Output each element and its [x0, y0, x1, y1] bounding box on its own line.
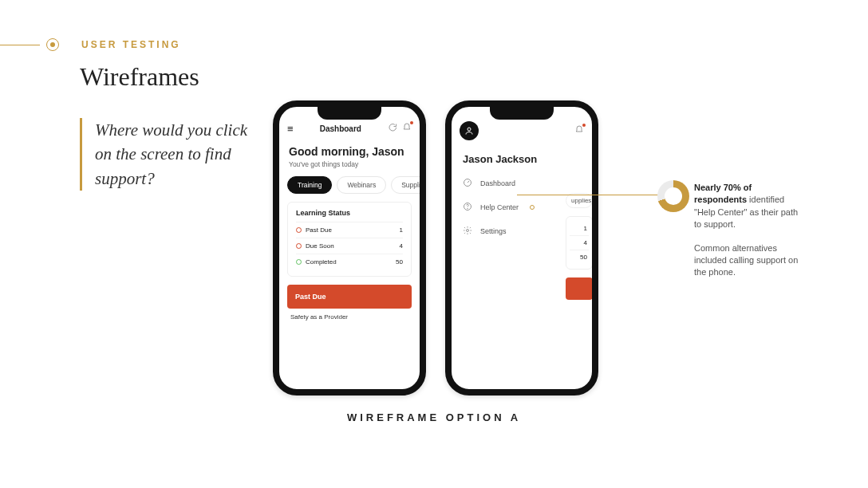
annotation-line2: Common alternatives included calling sup… [694, 242, 806, 279]
donut-chart [657, 180, 689, 212]
greeting-text: Good morning, Jason [279, 139, 420, 159]
tab-training[interactable]: Training [287, 176, 332, 194]
past-due-banner[interactable]: Past Due [287, 285, 412, 309]
status-row-duesoon[interactable]: Due Soon 4 [296, 238, 403, 254]
tab-webinars[interactable]: Webinars [337, 176, 386, 194]
wireframe-phone-menu: Jason Jackson Dashboard Help Center Sett… [445, 100, 598, 396]
learning-status-card: Learning Status Past Due 1 Due Soon 4 Co… [287, 202, 412, 277]
decorative-line [0, 45, 40, 45]
row-label: Due Soon [306, 242, 334, 250]
menu-item-helpcenter[interactable]: Help Center [463, 195, 581, 219]
annotation-connector-line [517, 195, 662, 195]
status-dot-icon [296, 243, 302, 249]
row-label: Past Due [306, 226, 332, 234]
svg-point-3 [468, 208, 468, 209]
bell-icon[interactable] [574, 125, 584, 137]
page-title: Wireframes [80, 62, 199, 92]
wireframe-phone-dashboard: ≡ Dashboard Good morning, Jason You've g… [273, 100, 426, 396]
row-value: 50 [396, 258, 403, 266]
phone-notch [318, 107, 381, 120]
user-name: Jason Jackson [452, 145, 592, 171]
peek-value: 1 [584, 225, 587, 232]
decorative-bullet [46, 38, 59, 51]
phone-notch [490, 107, 554, 120]
tab-row: Training Webinars Supplies [279, 176, 420, 202]
peek-pastdue-banner [566, 277, 592, 300]
section-header: USER TESTING [0, 38, 181, 51]
menu-label: Help Center [480, 203, 519, 211]
underlying-screen-peek: upplies 1 4 50 [566, 193, 592, 300]
question-block: Where would you click on the screen to f… [80, 118, 254, 191]
annotation-text: Nearly 70% of respondents identified "He… [694, 182, 806, 290]
status-dot-icon [296, 227, 302, 233]
peek-value: 50 [580, 254, 587, 261]
screen-title: Dashboard [320, 124, 361, 133]
menu-item-settings[interactable]: Settings [463, 219, 581, 243]
menu-label: Settings [480, 227, 507, 235]
highlight-marker-icon [530, 205, 535, 210]
annotation-headline: Nearly 70% of respondents [694, 183, 752, 204]
avatar-icon[interactable] [460, 121, 479, 140]
greeting-subtext: You've got things today [279, 159, 420, 176]
gauge-icon [463, 178, 474, 189]
status-row-pastdue[interactable]: Past Due 1 [296, 222, 403, 238]
menu-item-dashboard[interactable]: Dashboard [463, 171, 581, 195]
svg-point-0 [468, 128, 471, 131]
row-value: 4 [400, 242, 403, 250]
question-text: Where would you click on the screen to f… [95, 118, 254, 191]
row-value: 1 [400, 226, 403, 234]
bell-icon[interactable] [402, 123, 412, 134]
peek-value: 4 [584, 239, 587, 246]
status-dot-icon [296, 259, 302, 265]
hamburger-icon[interactable]: ≡ [287, 124, 294, 134]
question-icon [463, 202, 474, 213]
module-title: Safety as a Provider [279, 309, 420, 321]
card-title: Learning Status [296, 209, 403, 217]
wireframe-caption: WIREFRAME OPTION A [0, 411, 868, 423]
gear-icon [463, 226, 474, 237]
section-label: USER TESTING [81, 39, 181, 50]
menu-label: Dashboard [480, 179, 515, 187]
status-row-completed[interactable]: Completed 50 [296, 254, 403, 270]
row-label: Completed [306, 258, 337, 266]
chat-icon[interactable] [388, 123, 397, 134]
tab-supplies[interactable]: Supplies [391, 176, 420, 194]
svg-point-4 [467, 230, 469, 232]
